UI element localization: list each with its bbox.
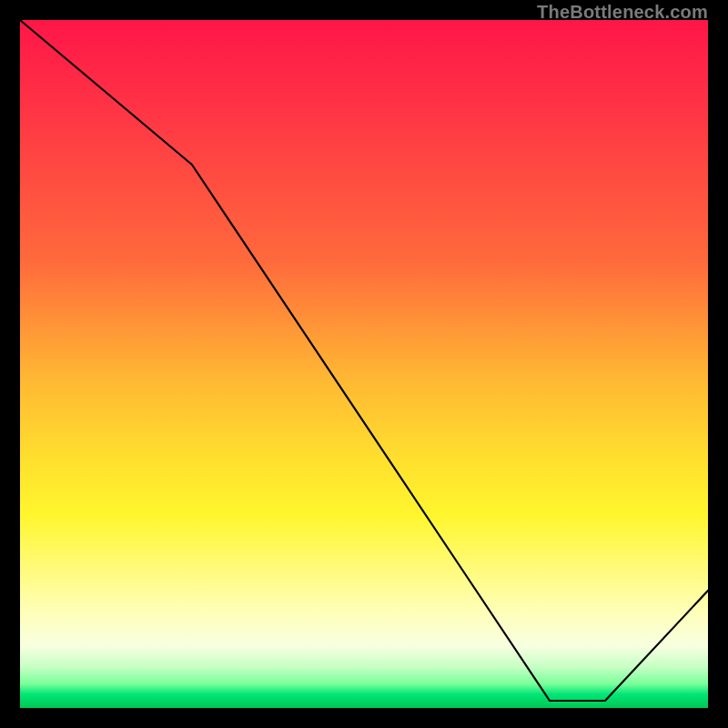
watermark-text: TheBottleneck.com [537,2,708,23]
chart-background-gradient [20,20,708,708]
chart-stage: TheBottleneck.com [0,0,728,728]
